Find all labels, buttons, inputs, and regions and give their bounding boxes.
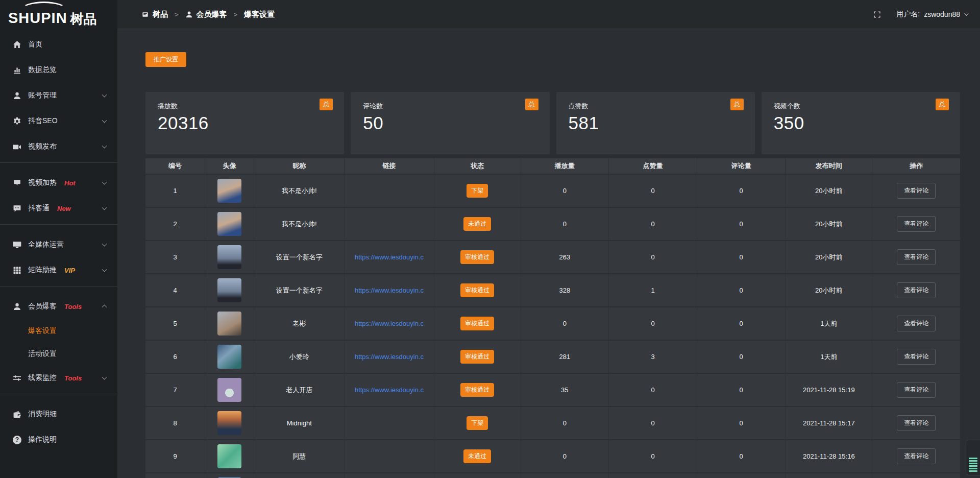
cell-likes: 3 [609, 341, 697, 373]
cell-time: 20小时前 [786, 208, 872, 240]
floating-widget[interactable] [966, 440, 980, 475]
sidebar-item-chat[interactable]: 抖客通New [0, 196, 117, 221]
cell-id: 8 [145, 407, 205, 439]
cell-avatar [205, 374, 254, 406]
sidebar-subitem[interactable]: 爆客设置 [0, 319, 117, 342]
cell-plays: 35 [521, 374, 609, 406]
cell-status: 下架 [434, 407, 521, 439]
video-link[interactable]: https://www.iesdouyin.c [348, 320, 430, 327]
fullscreen-icon[interactable] [873, 11, 881, 18]
menu-divider [0, 224, 117, 225]
sidebar-item-label: 消费明细 [28, 410, 57, 419]
view-comments-button[interactable]: 查看评论 [897, 415, 936, 431]
breadcrumb-item-current[interactable]: 爆客设置 [244, 10, 275, 19]
promo-settings-button[interactable]: 推广设置 [145, 52, 186, 67]
user-dropdown[interactable]: 用户名: zswodun88 [896, 10, 967, 19]
view-comments-button[interactable]: 查看评论 [897, 349, 936, 365]
breadcrumb-label: 会员爆客 [197, 10, 227, 19]
cell-nickname: Midnight [254, 407, 345, 439]
table-row: 9阿慧未通过0002021-11-28 15:16查看评论 [145, 440, 960, 472]
cell-nickname: 老彬 [254, 307, 345, 340]
cell-actions: 查看评论 [872, 341, 960, 373]
cell-comments: 0 [697, 175, 786, 207]
view-comments-button[interactable]: 查看评论 [897, 282, 936, 298]
cell-id [145, 473, 205, 478]
grid-icon [13, 266, 21, 275]
cell-comments: 0 [697, 440, 786, 472]
cell-actions [872, 473, 960, 478]
cell-avatar [205, 473, 254, 478]
cell-nickname: 小爱玲 [254, 341, 345, 373]
topbar: 树品 > 会员爆客 > 爆客设置 用户名: zswodun88 [117, 0, 980, 29]
cell-comments: 0 [697, 241, 786, 273]
avatar [217, 179, 241, 203]
video-link[interactable]: https://www.iesdouyin.c [348, 286, 430, 294]
chevron-down-icon [102, 375, 107, 380]
cell-avatar [205, 241, 254, 273]
sidebar-item-wallet[interactable]: 消费明细 [0, 401, 117, 427]
cell-nickname: 老人开店 [254, 374, 345, 406]
cell-link [345, 440, 434, 472]
cell-link [345, 175, 434, 207]
cell-nickname: 阿慧 [254, 440, 345, 472]
table-row: 6小爱玲https://www.iesdouyin.c审核通过281301天前查… [145, 341, 960, 373]
view-comments-button[interactable]: 查看评论 [897, 183, 936, 199]
sidebar-item-chart[interactable]: 数据总览 [0, 57, 117, 83]
chevron-up-icon [102, 304, 107, 309]
view-comments-button[interactable]: 查看评论 [897, 216, 936, 232]
table-body: 1我不是小帅!下架00020小时前查看评论2我不是小帅!未通过00020小时前查… [145, 175, 960, 478]
sidebar-item-user[interactable]: 账号管理 [0, 83, 117, 108]
cell-time: 20小时前 [786, 175, 872, 207]
sidebar-item-label: 账号管理 [28, 91, 57, 100]
video-link[interactable]: https://www.iesdouyin.c [348, 386, 430, 394]
sidebar-item-question[interactable]: ?操作说明 [0, 427, 117, 452]
sidebar-item-label: 数据总览 [28, 65, 57, 75]
breadcrumb-item-home[interactable]: 树品 [141, 10, 168, 19]
cell-avatar [205, 208, 254, 240]
cell-status: 审核通过 [434, 274, 521, 306]
cell-comments: 0 [697, 307, 786, 340]
video-link[interactable]: https://www.iesdouyin.c [348, 353, 430, 361]
stat-card-likes: 点赞数 581 总 [556, 92, 755, 154]
sidebar-item-monitor[interactable]: 全媒体运营 [0, 232, 117, 257]
heat-icon [13, 179, 21, 187]
sidebar-item-gear[interactable]: 抖音SEO [0, 108, 117, 134]
cell-actions: 查看评论 [872, 175, 960, 207]
avatar [217, 278, 241, 302]
column-header: 播放量 [521, 158, 609, 174]
view-comments-button[interactable]: 查看评论 [897, 316, 936, 331]
sidebar-item-heat[interactable]: 视频加热Hot [0, 170, 117, 196]
cell-avatar [205, 274, 254, 306]
stat-card-comments: 评论数 50 总 [351, 92, 549, 154]
cell-actions: 查看评论 [872, 274, 960, 306]
sidebar-item-video[interactable]: 视频发布 [0, 134, 117, 159]
cell-comments: 0 [697, 274, 786, 306]
table-row: 2我不是小帅!未通过00020小时前查看评论 [145, 208, 960, 240]
total-badge: 总 [730, 99, 744, 110]
view-comments-button[interactable]: 查看评论 [897, 382, 936, 398]
view-comments-button[interactable]: 查看评论 [897, 249, 936, 265]
sidebar-item-label: 线索监控 [28, 373, 57, 383]
sidebar-item-home[interactable]: 首页 [0, 32, 117, 57]
chevron-down-icon [102, 180, 107, 185]
table-row: 4设置一个新名字https://www.iesdouyin.c审核通过32810… [145, 274, 960, 306]
view-comments-button[interactable]: 查看评论 [897, 448, 936, 464]
app-logo: SHUPIN 树品 [0, 0, 117, 29]
cell-status: 未通过 [434, 208, 521, 240]
cell-actions: 查看评论 [872, 241, 960, 273]
avatar [217, 378, 241, 402]
cell-time [786, 473, 872, 478]
menu-divider [0, 286, 117, 286]
status-badge: 下架 [467, 184, 488, 198]
sidebar-item-grid[interactable]: 矩阵助推VIP [0, 257, 117, 283]
cell-time: 1天前 [786, 341, 872, 373]
sidebar-item-sliders[interactable]: 线索监控Tools [0, 365, 117, 391]
breadcrumb-item-member[interactable]: 会员爆客 [185, 10, 227, 19]
cell-avatar [205, 440, 254, 472]
widget-bar [969, 463, 977, 464]
video-link[interactable]: https://www.iesdouyin.c [348, 253, 430, 261]
cell-plays: 0 [521, 440, 609, 472]
sidebar-subitem[interactable]: 活动设置 [0, 342, 117, 365]
widget-bar [969, 470, 977, 472]
sidebar-item-member[interactable]: 会员爆客Tools [0, 294, 117, 319]
